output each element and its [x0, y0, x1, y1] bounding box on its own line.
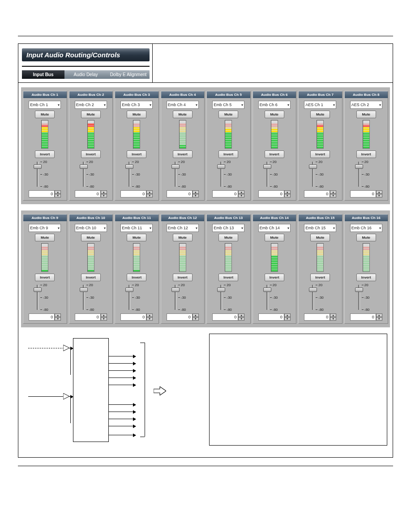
mute-button[interactable]: Mute [35, 111, 55, 118]
invert-button[interactable]: Invert [356, 150, 376, 158]
mute-button[interactable]: Mute [81, 111, 101, 118]
mute-button[interactable]: Mute [173, 234, 193, 241]
spin-down-icon[interactable]: ▼ [146, 194, 153, 197]
spin-down-icon[interactable]: ▼ [146, 317, 153, 321]
invert-button[interactable]: Invert [265, 150, 284, 158]
mute-button[interactable]: Mute [127, 111, 146, 118]
spin-up-icon[interactable]: ▲ [284, 313, 291, 317]
spin-down-icon[interactable]: ▼ [284, 194, 291, 197]
gain-slider[interactable]: 20-30-80 [354, 160, 379, 189]
gain-slider[interactable]: 20-30-80 [78, 160, 103, 189]
mute-button[interactable]: Mute [173, 111, 193, 118]
spin-up-icon[interactable]: ▲ [284, 190, 291, 194]
gain-spinbox[interactable]: 0▲▼ [167, 313, 199, 321]
tab-audio-delay[interactable]: Audio Delay [64, 70, 107, 79]
gain-slider[interactable]: 20-30-80 [170, 160, 195, 189]
gain-slider[interactable]: 20-30-80 [32, 283, 57, 312]
gain-spinbox[interactable]: 0▲▼ [304, 190, 336, 197]
invert-button[interactable]: Invert [173, 150, 193, 158]
gain-slider[interactable]: 20-30-80 [308, 283, 333, 312]
gain-slider[interactable]: 20-30-80 [124, 283, 149, 312]
source-select[interactable]: Emb Ch 16▾ [350, 224, 382, 232]
gain-spinbox[interactable]: 0▲▼ [167, 190, 199, 197]
mute-button[interactable]: Mute [127, 234, 146, 241]
source-select[interactable]: Emb Ch 12▾ [167, 224, 199, 232]
spin-down-icon[interactable]: ▼ [55, 317, 61, 321]
spin-up-icon[interactable]: ▲ [146, 313, 153, 317]
gain-slider[interactable]: 20-30-80 [170, 283, 195, 312]
mute-button[interactable]: Mute [218, 111, 238, 118]
invert-button[interactable]: Invert [356, 274, 376, 281]
source-select[interactable]: AES Ch 1▾ [304, 101, 336, 109]
spin-up-icon[interactable]: ▲ [330, 190, 336, 194]
invert-button[interactable]: Invert [35, 274, 55, 281]
invert-button[interactable]: Invert [218, 150, 238, 158]
spin-up-icon[interactable]: ▲ [55, 313, 61, 317]
gain-slider[interactable]: 20-30-80 [308, 160, 333, 189]
invert-button[interactable]: Invert [310, 274, 330, 281]
gain-slider[interactable]: 20-30-80 [262, 160, 287, 189]
spin-down-icon[interactable]: ▼ [330, 194, 336, 197]
gain-spinbox[interactable]: 0▲▼ [258, 313, 291, 321]
gain-spinbox[interactable]: 0▲▼ [212, 190, 244, 197]
spin-up-icon[interactable]: ▲ [376, 313, 382, 317]
gain-spinbox[interactable]: 0▲▼ [350, 313, 382, 321]
gain-spinbox[interactable]: 0▲▼ [304, 313, 336, 321]
spin-down-icon[interactable]: ▼ [101, 194, 107, 197]
spin-up-icon[interactable]: ▲ [238, 190, 244, 194]
gain-spinbox[interactable]: 0▲▼ [350, 190, 382, 197]
spin-up-icon[interactable]: ▲ [330, 313, 336, 317]
spin-up-icon[interactable]: ▲ [376, 190, 382, 194]
gain-slider[interactable]: 20-30-80 [216, 283, 241, 312]
gain-spinbox[interactable]: 0▲▼ [29, 190, 61, 197]
invert-button[interactable]: Invert [218, 274, 238, 281]
gain-spinbox[interactable]: 0▲▼ [120, 313, 153, 321]
mute-button[interactable]: Mute [310, 234, 330, 241]
spin-down-icon[interactable]: ▼ [193, 194, 199, 197]
invert-button[interactable]: Invert [81, 150, 101, 158]
gain-slider[interactable]: 20-30-80 [124, 160, 149, 189]
source-select[interactable]: Emb Ch 15▾ [304, 224, 336, 232]
spin-up-icon[interactable]: ▲ [55, 190, 61, 194]
spin-down-icon[interactable]: ▼ [101, 317, 107, 321]
invert-button[interactable]: Invert [127, 150, 146, 158]
source-select[interactable]: Emb Ch 11▾ [120, 224, 153, 232]
source-select[interactable]: Emb Ch 13▾ [212, 224, 244, 232]
spin-up-icon[interactable]: ▲ [101, 190, 107, 194]
source-select[interactable]: Emb Ch 4▾ [167, 101, 199, 109]
source-select[interactable]: Emb Ch 10▾ [75, 224, 107, 232]
tab-input-bus[interactable]: Input Bus [22, 70, 64, 79]
spin-up-icon[interactable]: ▲ [101, 313, 107, 317]
mute-button[interactable]: Mute [356, 111, 376, 118]
source-select[interactable]: Emb Ch 2▾ [75, 101, 107, 109]
gain-spinbox[interactable]: 0▲▼ [258, 190, 291, 197]
spin-up-icon[interactable]: ▲ [193, 313, 199, 317]
source-select[interactable]: Emb Ch 6▾ [258, 101, 291, 109]
invert-button[interactable]: Invert [310, 150, 330, 158]
source-select[interactable]: AES Ch 2▾ [350, 101, 382, 109]
invert-button[interactable]: Invert [35, 150, 55, 158]
spin-up-icon[interactable]: ▲ [146, 190, 153, 194]
tab-dolby-e[interactable]: Dolby E Alignment [107, 70, 150, 79]
spin-down-icon[interactable]: ▼ [376, 194, 382, 197]
invert-button[interactable]: Invert [127, 274, 146, 281]
gain-spinbox[interactable]: 0▲▼ [29, 313, 61, 321]
gain-slider[interactable]: 20-30-80 [216, 160, 241, 189]
source-select[interactable]: Emb Ch 14▾ [258, 224, 291, 232]
gain-spinbox[interactable]: 0▲▼ [212, 313, 244, 321]
source-select[interactable]: Emb Ch 3▾ [120, 101, 153, 109]
mute-button[interactable]: Mute [265, 234, 284, 241]
spin-down-icon[interactable]: ▼ [193, 317, 199, 321]
mute-button[interactable]: Mute [81, 234, 101, 241]
source-select[interactable]: Emb Ch 1▾ [29, 101, 61, 109]
source-select[interactable]: Emb Ch 9▾ [29, 224, 61, 232]
gain-slider[interactable]: 20-30-80 [78, 283, 103, 312]
source-select[interactable]: Emb Ch 5▾ [212, 101, 244, 109]
gain-spinbox[interactable]: 0▲▼ [75, 190, 107, 197]
gain-slider[interactable]: 20-30-80 [262, 283, 287, 312]
spin-down-icon[interactable]: ▼ [330, 317, 336, 321]
invert-button[interactable]: Invert [81, 274, 101, 281]
mute-button[interactable]: Mute [265, 111, 284, 118]
mute-button[interactable]: Mute [356, 234, 376, 241]
gain-spinbox[interactable]: 0▲▼ [75, 313, 107, 321]
